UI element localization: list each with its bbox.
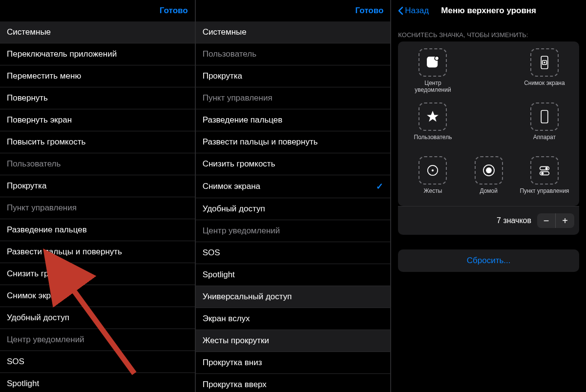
pane-3: Назад Меню верхнего уровня КОСНИТЕСЬ ЗНА… (391, 0, 586, 392)
icon-slot-device[interactable]: Аппарат (519, 103, 570, 147)
list-item[interactable]: Spotlight (0, 373, 195, 392)
list-item-disabled: Пункт управления (196, 87, 391, 109)
list-item[interactable]: Снимок экрана✓ (196, 175, 391, 198)
list-item-label: Экран вслух (203, 314, 250, 324)
list-item-label: Удобный доступ (203, 204, 265, 214)
home-icon (475, 156, 503, 185)
list-item[interactable]: Spotlight (196, 264, 391, 286)
section-header: Системные (0, 21, 195, 43)
control-center-icon (530, 156, 559, 185)
list-item[interactable]: Прокрутка (0, 175, 195, 197)
icon-slot-label: Центр уведомлений (407, 80, 459, 94)
gestures-icon (419, 156, 447, 185)
list-item[interactable]: Прокрутка вниз (196, 352, 391, 374)
svg-point-16 (545, 167, 548, 169)
done-button[interactable]: Готово (355, 6, 383, 16)
list-item[interactable]: Экран вслух (196, 308, 391, 330)
list-item[interactable]: Развести пальцы и повернуть (196, 131, 391, 153)
list-item[interactable]: Переместить меню (0, 65, 195, 87)
list-item-label: Удобный доступ (7, 313, 69, 323)
svg-marker-9 (427, 111, 439, 122)
list-item[interactable]: Удобный доступ (196, 198, 391, 220)
list-item[interactable]: SOS (196, 242, 391, 264)
icon-slot-notification-center[interactable]: Центр уведомлений (407, 48, 459, 94)
checkmark-icon: ✓ (376, 181, 383, 192)
icon-slot-label: Жесты (424, 187, 442, 201)
list-item[interactable]: Прокрутка (196, 65, 391, 87)
chevron-left-icon (398, 6, 403, 15)
list-item-label: Жесты прокрутки (203, 336, 269, 346)
list-item-label: Разведение пальцев (7, 225, 87, 235)
icon-slot-empty (463, 48, 515, 94)
list-item-label: Универсальный доступ (203, 292, 292, 302)
icon-slot-home[interactable]: Домой (463, 156, 515, 201)
navbar-2: Готово (196, 0, 391, 21)
list-item-disabled: Пользователь (196, 43, 391, 65)
pane-1: Готово СистемныеПереключатель приложений… (0, 0, 196, 392)
svg-point-5 (435, 56, 440, 61)
list-item[interactable]: Удобный доступ (0, 307, 195, 329)
list-item[interactable]: Разведение пальцев (0, 219, 195, 241)
list-item[interactable]: SOS (0, 351, 195, 373)
done-button[interactable]: Готово (160, 6, 188, 16)
list-item-label: Снизить громкость (203, 159, 275, 169)
list-item[interactable]: Повернуть (0, 87, 195, 109)
icon-slot-label: Снимок экрана (524, 80, 565, 93)
list-item-label: Повернуть экран (7, 115, 72, 125)
list-item-label: Переключатель приложений (7, 49, 117, 59)
three-panes: Готово СистемныеПереключатель приложений… (0, 0, 586, 392)
svg-point-12 (432, 169, 434, 171)
list-item[interactable]: Развести пальцы и повернуть (0, 241, 195, 263)
list-item[interactable]: Переключатель приложений (0, 43, 195, 65)
section-header: Универсальный доступ (196, 286, 391, 308)
section-header: Жесты прокрутки (196, 330, 391, 352)
icon-grid: Центр уведомленийСнимок экранаПользовате… (398, 41, 579, 206)
list-item-label: Повысить громкость (7, 137, 85, 147)
reset-button[interactable]: Сбросить... (398, 249, 579, 272)
list-item-label: Spotlight (203, 270, 235, 280)
quantity-stepper: − + (537, 213, 574, 228)
counter-label: 7 значков (497, 216, 531, 225)
svg-point-8 (544, 62, 545, 63)
icon-slot-empty (463, 103, 515, 147)
icon-slot-screenshot[interactable]: Снимок экрана (519, 48, 570, 94)
option-list-1: СистемныеПереключатель приложенийПеремес… (0, 21, 195, 392)
list-item-label: Spotlight (7, 379, 39, 389)
list-item-disabled: Пользователь (0, 153, 195, 175)
list-item-label: Снимок экрана (7, 291, 64, 301)
list-item[interactable]: Прокрутка вверх (196, 374, 391, 392)
icon-slot-label: Пользователь (414, 134, 452, 147)
list-item[interactable]: Повысить громкость (0, 131, 195, 153)
list-item-label: Переместить меню (7, 71, 81, 81)
section-note: КОСНИТЕСЬ ЗНАЧКА, ЧТОБЫ ИЗМЕНИТЬ: (391, 21, 586, 41)
back-label: Назад (405, 6, 429, 16)
icon-slot-custom[interactable]: Пользователь (407, 103, 459, 147)
svg-point-14 (486, 167, 492, 173)
icon-slot-label: Домой (480, 187, 498, 201)
list-item-label: Прокрутка вниз (203, 358, 262, 368)
icon-slot-control-center[interactable]: Пункт управления (519, 156, 570, 201)
list-item-label: Снизить громкость (7, 269, 80, 279)
list-item-label: Системные (203, 27, 247, 37)
list-item-label: Повернуть (7, 93, 48, 103)
navbar-3: Назад Меню верхнего уровня (391, 0, 586, 21)
device-icon (530, 103, 559, 131)
list-item-label: Системные (7, 27, 51, 37)
list-item-label: Развести пальцы и повернуть (7, 247, 122, 257)
list-item[interactable]: Разведение пальцев (196, 109, 391, 131)
svg-point-18 (541, 172, 544, 174)
list-item[interactable]: Снизить громкость (0, 263, 195, 285)
list-item-label: Пункт управления (203, 93, 272, 103)
list-item-label: Центр уведомлений (7, 335, 84, 345)
list-item[interactable]: Снизить громкость (196, 153, 391, 175)
list-item[interactable]: Снимок экрана (0, 285, 195, 307)
icon-slot-label: Аппарат (533, 134, 556, 147)
icon-slot-gestures[interactable]: Жесты (407, 156, 459, 201)
list-item-label: Пользователь (7, 159, 61, 169)
stepper-minus[interactable]: − (537, 213, 556, 228)
back-button[interactable]: Назад (398, 6, 429, 16)
list-item[interactable]: Повернуть экран (0, 109, 195, 131)
stepper-plus[interactable]: + (556, 213, 574, 228)
section-header: Системные (196, 21, 391, 43)
list-item-disabled: Пункт управления (0, 197, 195, 219)
